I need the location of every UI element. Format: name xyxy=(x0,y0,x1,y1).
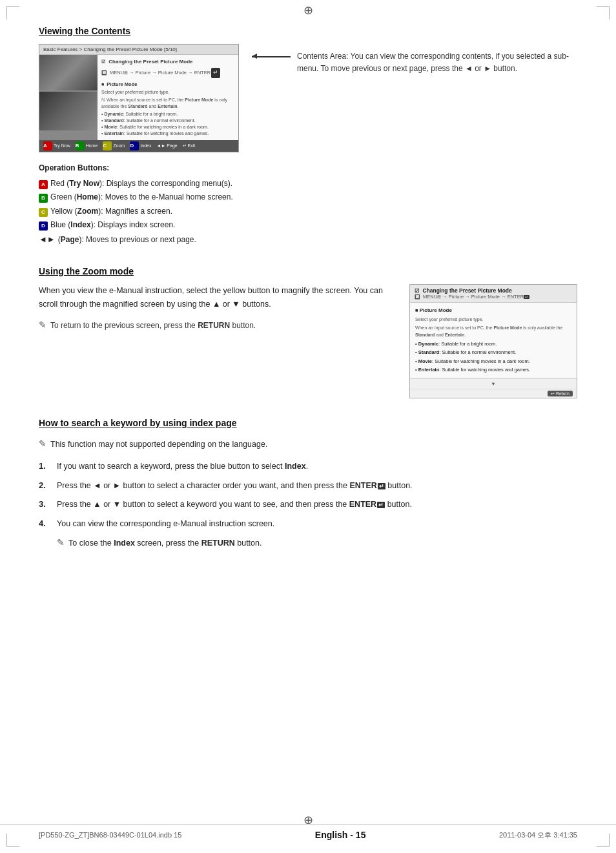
footer-center-page-number: English - 15 xyxy=(315,830,366,840)
index-note: ✎ This function may not supported depend… xyxy=(39,436,577,452)
zoom-preview-section-title: Picture Mode xyxy=(420,307,452,313)
step-num-4: 4. xyxy=(39,516,52,531)
step-num-3: 3. xyxy=(39,497,52,511)
index-step-4: 4. You can view the corresponding e-Manu… xyxy=(39,516,577,531)
zoom-description: When you view the e-Manual instruction, … xyxy=(39,284,396,312)
preview-footer: A Try Now B Home C Zoom D Index ◄► Page … xyxy=(39,140,238,152)
zoom-item-entertain: • Entertain: Suitable for watching movie… xyxy=(415,366,571,373)
section-title-zoom: Using the Zoom mode xyxy=(39,266,577,276)
zoom-preview-note: When an input source is set to PC, the P… xyxy=(415,325,571,338)
op-item-blue: D Blue (Index): Displays index screen. xyxy=(39,218,577,231)
op-label-blue: Blue (Index): Displays index screen. xyxy=(50,218,175,231)
zoom-preview-items: • Dynamic: Suitable for a bright room. •… xyxy=(415,340,571,373)
preview-items: • Dynamic: Suitable for a bright room. •… xyxy=(101,111,234,136)
step-num-2: 2. xyxy=(39,478,52,493)
op-nav-arrows: ◄► xyxy=(39,232,56,247)
preview-image-bottom xyxy=(39,92,98,130)
index-steps-list: 1. If you want to search a keyword, pres… xyxy=(39,458,577,551)
operation-buttons-title: Operation Buttons: xyxy=(39,161,577,174)
section-title-viewing: Viewing the Contents xyxy=(39,26,577,36)
index-step-2: 2. Press the ◄ or ► button to select a c… xyxy=(39,478,577,493)
zoom-preview-body: ■ Picture Mode Select your preferred pic… xyxy=(410,303,577,379)
preview-picture-mode-label: Picture Mode xyxy=(107,81,137,87)
zoom-return-button: ↩ Return xyxy=(548,391,573,396)
preview-note: ℕ When an input source is set to PC, the… xyxy=(101,97,234,110)
index-sub-note-icon: ✎ xyxy=(57,535,65,551)
preview-header: Basic Features > Changing the Preset Pic… xyxy=(39,45,238,55)
op-btn-blue: D xyxy=(39,221,48,231)
op-item-green: B Green (Home): Moves to the e-Manual ho… xyxy=(39,190,577,203)
index-step-1: 1. If you want to search a keyword, pres… xyxy=(39,458,577,474)
contents-annotation: Contents Area: You can view the correspo… xyxy=(252,44,577,75)
op-label-red: Red (Try Now): Displays the correspondin… xyxy=(50,177,232,190)
op-btn-green: B xyxy=(39,194,48,203)
preview-btn-page: ◄► Page xyxy=(157,141,178,150)
annotation-line: Contents Area: You can view the correspo… xyxy=(252,50,577,75)
preview-btn-exit: ↵ Exit xyxy=(183,141,196,150)
operation-buttons-section: Operation Buttons: A Red (Try Now): Disp… xyxy=(39,161,577,247)
step-text-3: Press the ▲ or ▼ button to select a keyw… xyxy=(57,497,577,512)
op-label-green: Green (Home): Moves to the e-Manual home… xyxy=(50,190,233,203)
note-icon: ✎ xyxy=(39,318,46,333)
footer-left: [PD550-ZG_ZT]BN68-03449C-01L04.indb 15 xyxy=(39,831,181,839)
index-sub-note: ✎ To close the Index screen, press the R… xyxy=(57,535,577,551)
step-text-2: Press the ◄ or ► button to select a char… xyxy=(57,478,577,493)
op-btn-yellow: C xyxy=(39,208,48,217)
zoom-preview-footer: ▼ xyxy=(410,378,577,389)
zoom-preview-title: ☑ Changing the Preset Picture Mode xyxy=(415,287,572,294)
preview-btn-d: D xyxy=(130,141,139,150)
zoom-preview-path: 🔲 MENU⊞ → Picture → Picture Mode → ENTER… xyxy=(415,294,572,300)
zoom-preview-section-desc: Select your preferred picture type. xyxy=(415,316,571,324)
op-label-page: (Page): Moves to previous or next page. xyxy=(58,233,196,246)
preview-body: ☑ Changing the Preset Picture Mode 🔲 MEN… xyxy=(39,55,238,140)
emanual-preview-box: Basic Features > Changing the Preset Pic… xyxy=(39,44,239,152)
preview-path: 🔲 MENU⊞ → Picture → Picture Mode → ENTER… xyxy=(101,68,234,78)
zoom-item-standard: • Standard: Suitable for a normal enviro… xyxy=(415,349,571,356)
step-num-1: 1. xyxy=(39,458,52,473)
preview-section-title: ☑ Changing the Preset Picture Mode xyxy=(101,58,234,66)
section-viewing-contents: Viewing the Contents Basic Features > Ch… xyxy=(39,26,577,247)
index-content-area: ✎ This function may not supported depend… xyxy=(39,436,577,551)
op-label-yellow: Yellow (Zoom): Magnifies a screen. xyxy=(50,205,172,218)
viewing-content-area: Basic Features > Changing the Preset Pic… xyxy=(39,44,577,152)
preview-picture-mode-desc: Select your preferred picture type. xyxy=(101,89,234,96)
preview-btn-c: C xyxy=(103,141,112,150)
zoom-note-text: To return to the previous screen, press … xyxy=(50,319,256,332)
section-title-index: How to search a keyword by using index p… xyxy=(39,418,577,428)
index-note-icon: ✎ xyxy=(39,436,46,452)
preview-image-area xyxy=(39,55,98,140)
zoom-preview-down-arrow: ▼ xyxy=(491,381,495,387)
zoom-description-area: When you view the e-Manual instruction, … xyxy=(39,284,396,333)
zoom-content-area: When you view the e-Manual instruction, … xyxy=(39,284,577,399)
page-footer: [PD550-ZG_ZT]BN68-03449C-01L04.indb 15 E… xyxy=(0,824,616,840)
zoom-preview-header: ☑ Changing the Preset Picture Mode 🔲 MEN… xyxy=(410,285,577,303)
op-item-page: ◄► (Page): Moves to previous or next pag… xyxy=(39,232,577,247)
preview-image-top xyxy=(39,55,98,90)
zoom-note: ✎ To return to the previous screen, pres… xyxy=(39,318,396,333)
step-text-4: You can view the corresponding e-Manual … xyxy=(57,517,577,531)
op-item-red: A Red (Try Now): Displays the correspond… xyxy=(39,177,577,190)
op-item-yellow: C Yellow (Zoom): Magnifies a screen. xyxy=(39,205,577,218)
step-text-1: If you want to search a keyword, press t… xyxy=(57,459,577,474)
annotation-text: Contents Area: You can view the correspo… xyxy=(297,50,577,75)
section-index-search: How to search a keyword by using index p… xyxy=(39,418,577,551)
zoom-preview-return-bar: ↩ Return xyxy=(410,389,577,398)
index-step-3: 3. Press the ▲ or ▼ button to select a k… xyxy=(39,497,577,512)
op-btn-red: A xyxy=(39,180,48,189)
footer-right: 2011-03-04 오후 3:41:35 xyxy=(499,830,577,840)
index-sub-note-text: To close the Index screen, press the RET… xyxy=(68,536,262,551)
section-zoom-mode: Using the Zoom mode When you view the e-… xyxy=(39,266,577,399)
index-note-text: This function may not supported dependin… xyxy=(50,437,267,452)
zoom-item-dynamic: • Dynamic: Suitable for a bright room. xyxy=(415,340,571,347)
annotation-arrow-icon xyxy=(252,56,291,57)
preview-btn-b: B xyxy=(76,141,85,150)
preview-btn-a: A xyxy=(43,141,52,150)
preview-text-area: ☑ Changing the Preset Picture Mode 🔲 MEN… xyxy=(98,55,238,140)
zoom-item-movie: • Movie: Suitable for watching movies in… xyxy=(415,358,571,365)
zoom-preview-box: ☑ Changing the Preset Picture Mode 🔲 MEN… xyxy=(409,284,577,399)
